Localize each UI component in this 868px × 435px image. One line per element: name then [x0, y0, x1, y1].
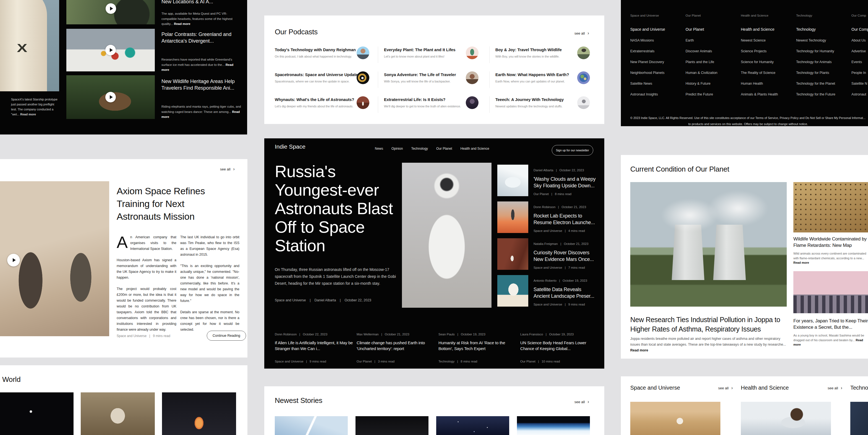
leopard-image[interactable]: [793, 182, 868, 232]
sidebar-article-title[interactable]: Satellite Data Reveals Ancient Landscape…: [533, 286, 598, 299]
category-see-all-link[interactable]: see all›: [828, 386, 842, 390]
footer-link[interactable]: Events: [851, 60, 868, 64]
bottom-article-title[interactable]: Humanity at Risk from AI 'Race to the Bo…: [438, 340, 517, 351]
footer-top-link[interactable]: Health and Science: [741, 14, 769, 17]
footer-link[interactable]: Animals & Plants Health: [741, 92, 793, 96]
podcast-item[interactable]: Spacetronauts: Space and Universe Update…: [275, 71, 371, 91]
axiom-headline[interactable]: Axiom Space Refines Training for Next As…: [117, 184, 227, 223]
nav-link-news[interactable]: News: [375, 147, 383, 150]
footer-link[interactable]: History & Future: [686, 82, 738, 86]
footer-link[interactable]: Human Health: [741, 82, 793, 86]
footer-link[interactable]: Extraterrestrials: [630, 49, 683, 53]
nav-link-technology[interactable]: Technology: [411, 147, 428, 150]
newest-thumb-sky[interactable]: [275, 416, 348, 435]
bottom-article-title[interactable]: Climate change has pushed Earth into 'Un…: [356, 340, 435, 351]
footer-link[interactable]: Astronaut Insights: [630, 92, 683, 96]
footer-link[interactable]: Technology for Plants: [796, 71, 849, 75]
footer-link[interactable]: Plants and the Life: [686, 60, 738, 64]
video-article-title[interactable]: New Locations & AI A...: [161, 0, 242, 5]
bottom-article-title[interactable]: If Alien Life is Artificially Intelligen…: [275, 340, 353, 351]
read-more-link[interactable]: Read more: [630, 348, 648, 352]
footer-link[interactable]: Newest Science: [741, 38, 793, 42]
world-thumb-astronaut[interactable]: [0, 393, 73, 435]
video-thumb-wildlife[interactable]: [66, 75, 155, 119]
read-more-link[interactable]: Read more: [793, 261, 809, 264]
footer-link[interactable]: Technology for the Planet: [796, 82, 849, 86]
sidebar-thumb-iceberg[interactable]: [497, 165, 528, 196]
world-thumb-moon[interactable]: [81, 393, 155, 435]
read-more-link[interactable]: Read more: [174, 22, 190, 25]
footer-link[interactable]: Newest Technology: [796, 38, 849, 42]
footer-link[interactable]: Advertise: [851, 49, 868, 53]
category-thumb-lab[interactable]: [741, 402, 831, 435]
sidebar-thumb-satellite[interactable]: [497, 275, 528, 307]
footer-link[interactable]: Predict the Future: [686, 92, 738, 96]
read-more-link[interactable]: Read more: [20, 113, 36, 116]
sidebar-article-title[interactable]: 'Washy Clouds and a Weepy Sky Floating U…: [533, 176, 598, 189]
footer-link[interactable]: Satellite News: [630, 82, 683, 86]
podcast-item[interactable]: Teeech: A Journey With Technology Newest…: [495, 96, 592, 116]
newest-thumb-stars[interactable]: [436, 416, 509, 435]
footer-top-link[interactable]: Our Comp: [851, 14, 866, 17]
continue-reading-button[interactable]: Continue Reading: [207, 331, 246, 341]
sidebar-article-title[interactable]: Rocket Lab Expects to Resume Electron La…: [533, 212, 598, 226]
play-button[interactable]: [7, 254, 20, 266]
newest-see-all-link[interactable]: see all›: [575, 400, 589, 404]
play-button[interactable]: [105, 92, 116, 103]
podcast-item[interactable]: Extraterrestrial Life: Is It Exists? We'…: [384, 96, 480, 116]
footer-link[interactable]: The Reality of Science: [741, 71, 793, 75]
podcasts-see-all-link[interactable]: see all›: [575, 31, 589, 35]
footer-link[interactable]: Earth: [686, 38, 738, 42]
footer-link[interactable]: About Us: [851, 38, 868, 42]
footer-link[interactable]: Science for Humanity: [741, 60, 793, 64]
category-see-all-link[interactable]: see all›: [718, 386, 733, 390]
sidebar-article-title[interactable]: Curiosity Rover Discovers New Evidence M…: [533, 249, 598, 263]
footer-link[interactable]: Neighborhood Planets: [630, 71, 683, 75]
footer-link[interactable]: Human & Civilization: [686, 71, 738, 75]
planet-headline[interactable]: New Research Ties Industrial Pollution i…: [630, 315, 792, 334]
play-button[interactable]: [105, 3, 116, 14]
pollution-image[interactable]: [630, 182, 787, 307]
hero-astronaut-image[interactable]: [402, 163, 492, 308]
newest-thumb-dark[interactable]: [355, 416, 429, 435]
sidebar-thumb-mars[interactable]: [497, 238, 528, 270]
footer-link[interactable]: Satellite N: [851, 82, 868, 86]
newsletter-signup-button[interactable]: Sign up for our newsletter: [552, 145, 593, 155]
newest-thumb-earth[interactable]: [517, 416, 590, 435]
planet-side-title[interactable]: For years, Japan Tried to Keep Their Exi…: [793, 318, 868, 330]
brand-logo[interactable]: Indie Space: [275, 143, 306, 150]
podcast-item[interactable]: Sonya Adventure: The Life of Traveler Wi…: [384, 71, 480, 91]
nav-link-opinion[interactable]: Opinion: [392, 147, 403, 150]
podcast-item[interactable]: Earth Now: What Happens With Earth? Eart…: [495, 71, 592, 91]
video-thumb-greenland[interactable]: [66, 29, 155, 71]
footer-link[interactable]: Astronaut: [851, 92, 868, 96]
footer-link[interactable]: New Planet Discovery: [630, 60, 683, 64]
footer-link[interactable]: Discover Animals: [686, 49, 738, 53]
footer-top-link[interactable]: Technology: [796, 14, 812, 17]
video-article-title[interactable]: New Wildlife Heritage Areas Help Travele…: [161, 78, 242, 91]
hero-headline[interactable]: Russia's Youngest-ever Astronauts Blast …: [275, 162, 402, 255]
footer-link[interactable]: People In: [851, 71, 868, 75]
play-button[interactable]: [105, 45, 116, 55]
video-article-title[interactable]: Polar Contrasts: Greenland and Antarctic…: [161, 31, 242, 44]
axiom-article-image[interactable]: [0, 181, 109, 336]
featured-see-all-link[interactable]: see all›: [220, 167, 235, 171]
category-thumb-tech[interactable]: [850, 402, 868, 435]
footer-link[interactable]: Technology for the Future: [796, 92, 849, 96]
nav-link-our-planet[interactable]: Our Planet: [436, 147, 452, 150]
starship-rocket-image[interactable]: X: [0, 0, 59, 91]
planet-side-title[interactable]: Wildlife Worldwide Contaminated by Flame…: [793, 236, 868, 249]
footer-link[interactable]: Science Projects: [741, 49, 793, 53]
footer-link[interactable]: Technology for Animals: [796, 60, 849, 64]
podcast-item[interactable]: Everyday Plant: The Plant and It Lifes L…: [384, 47, 480, 66]
footer-link[interactable]: Technology for Humanity: [796, 49, 849, 53]
podcast-item[interactable]: Boy & Joy: Travel Through Wildlife With …: [495, 47, 592, 66]
sidebar-thumb-rocket[interactable]: [497, 201, 528, 233]
footer-top-link[interactable]: Space and Universe: [630, 14, 659, 17]
video-thumb-vr[interactable]: [66, 0, 155, 24]
category-thumb-desert[interactable]: [630, 402, 720, 435]
podcast-item[interactable]: Whynauts: What's the Life of Astronauts?…: [275, 96, 371, 116]
nav-link-health-science[interactable]: Health and Science: [460, 147, 489, 150]
footer-link[interactable]: NASA Missions: [630, 38, 683, 42]
footer-top-link[interactable]: Our Planet: [686, 14, 701, 17]
